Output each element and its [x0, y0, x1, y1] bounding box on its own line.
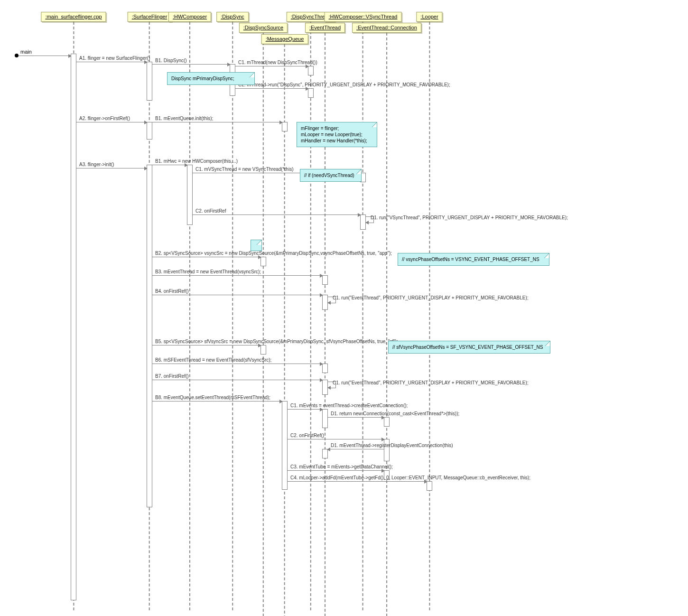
message-arrow-17	[152, 380, 323, 380]
message-arrow-2	[235, 66, 308, 66]
participant-hwc: :HWComposer	[168, 12, 211, 610]
participant-sf-header: :SurfaceFlinger	[128, 12, 172, 22]
start-node	[15, 54, 19, 57]
lifeline-etc	[386, 33, 387, 616]
message-arrow-16	[152, 364, 323, 364]
message-label-18: C1. run("EventThread", PRIORITY_URGENT_D…	[331, 380, 530, 385]
message-label-19: B8. mEventQueue.setEventThread(mSFEventT…	[153, 395, 287, 400]
message-arrow-5	[152, 122, 282, 122]
message-arrow-15	[152, 345, 261, 345]
participant-vst-header: :HWComposer::VSyncThread	[325, 12, 402, 22]
message-arrow-4	[76, 122, 147, 122]
participant-ds-header: :DispSync	[216, 12, 249, 22]
start-arrow	[19, 56, 71, 56]
note-3	[251, 240, 262, 251]
message-arrow-21	[327, 417, 384, 418]
message-label-4: A2. flinger->onFirstRef()	[77, 116, 151, 121]
activation-main-0	[71, 54, 76, 600]
message-label-3: C2. mThread->run("DispSync", PRIORITY_UR…	[236, 82, 620, 87]
message-arrow-19	[152, 401, 282, 401]
participant-hwc-header: :HWComposer	[168, 12, 211, 22]
activation-sf-5	[147, 122, 152, 140]
note-5: // sfVsyncPhaseOffsetNs = SF_VSYNC_EVENT…	[388, 341, 550, 354]
message-label-20: C1. mEvents = eventThread->createEventCo…	[288, 403, 672, 408]
message-label-23: D1. mEventThread->registerDisplayEventCo…	[329, 443, 688, 448]
lifeline-looper	[429, 22, 430, 610]
participant-etc-header: :EventThread::Connection	[352, 23, 421, 33]
participant-looper-header: :Looper	[416, 12, 442, 22]
message-arrow-9	[192, 215, 361, 215]
message-arrow-22	[287, 439, 384, 439]
message-arrow-25	[287, 481, 427, 482]
message-arrow-7	[152, 165, 187, 165]
message-arrow-3	[235, 88, 308, 89]
participant-main-header: :main_surfaceflinger.cpp	[41, 12, 106, 22]
message-label-12: B3. mEventThread = new EventThread(vsync…	[153, 269, 327, 274]
message-label-7: B1. mHwc = new HWComposer(this,...)	[153, 159, 192, 164]
message-arrow-13	[152, 295, 323, 295]
message-arrow-20	[287, 409, 323, 410]
start-label: main	[20, 49, 32, 55]
message-arrow-12	[152, 275, 323, 276]
message-arrow-1	[152, 64, 230, 65]
message-label-17: B7. onFirstRef()	[153, 373, 327, 379]
message-label-13: B4. onFirstRef()	[153, 289, 327, 294]
message-label-5: B1. mEventQueue.init(this);	[153, 116, 287, 121]
message-label-9: C2. onFirstRef	[194, 208, 365, 214]
message-label-0: A1. flinger = new SurfaceFlinger()	[77, 56, 151, 61]
message-label-21: D1. return new Connection(const_cast<Eve…	[329, 411, 688, 416]
message-label-8: C1. mVSyncThread = new VSyncThread(*this…	[194, 167, 304, 172]
message-label-16: B6. mSFEventThread = new EventThread(sfV…	[153, 357, 327, 363]
participant-etc: :EventThread::Connection	[352, 23, 421, 616]
message-label-10: D1. run("VSyncThread", PRIORITY_URGENT_D…	[369, 215, 570, 220]
message-label-14: C1. run("EventThread", PRIORITY_URGENT_D…	[331, 295, 530, 300]
note-1: mFlinger = flinger; mLooper = new Looper…	[297, 122, 377, 147]
lifeline-hwc	[189, 22, 190, 610]
message-arrow-0	[76, 62, 147, 62]
message-label-24: C3. mEventTube = mEvents->getDataChannel…	[288, 464, 672, 469]
message-label-6: A3. flinger->init()	[77, 162, 151, 167]
message-label-1: B1. DispSync()	[153, 58, 234, 63]
lifeline-ds	[232, 22, 233, 610]
message-arrow-24	[287, 470, 384, 471]
participant-dss-header: :DispSyncSource	[239, 23, 288, 33]
activation-hwc-8	[187, 165, 193, 225]
activation-mq-17	[282, 401, 288, 490]
message-label-2: C1. mThread(new DispSyncThread())	[236, 60, 313, 65]
message-label-22: C2. onFirstRef()	[288, 433, 389, 438]
message-arrow-23	[327, 449, 384, 449]
participant-looper: :Looper	[416, 12, 442, 610]
message-arrow-11	[152, 257, 261, 257]
activation-sf-7	[147, 165, 152, 507]
note-0: DispSync mPrimaryDispSync;	[167, 72, 255, 85]
note-4: // vsyncPhaseOffsetNs = VSYNC_EVENT_PHAS…	[398, 253, 549, 266]
message-label-25: C4. mLooper->addFd(mEventTube->getFd(), …	[288, 475, 672, 480]
note-2: // if (needVSyncThread)	[300, 169, 362, 182]
message-arrow-6	[76, 168, 147, 168]
activation-et-18	[322, 409, 328, 428]
activation-sf-1	[147, 62, 152, 101]
